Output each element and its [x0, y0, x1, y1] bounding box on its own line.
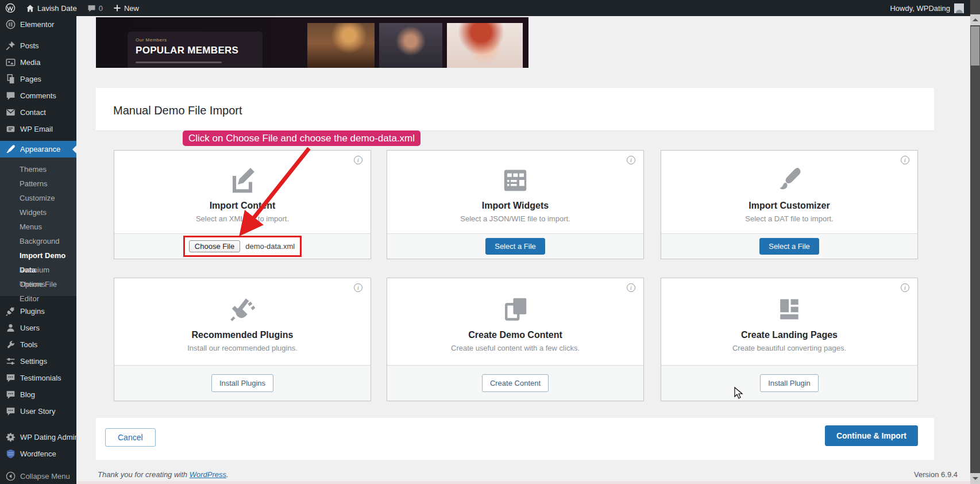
card-title: Create Landing Pages [741, 330, 838, 340]
submenu-item-theme-file-editor[interactable]: Theme File Editor [0, 277, 76, 291]
sliders-icon [5, 356, 16, 367]
install-plugins-button[interactable]: Install Plugins [211, 374, 273, 392]
mouse-cursor [734, 387, 743, 400]
elementor-icon [5, 20, 16, 30]
info-icon[interactable]: i [354, 156, 362, 164]
envelope-icon [5, 107, 16, 118]
sidebar-separator [0, 420, 76, 429]
sidebar-item-tools[interactable]: Tools [0, 336, 76, 353]
sidebar-label: Contact [20, 108, 46, 117]
scrollbar-thumb[interactable] [971, 26, 979, 66]
sidebar-item-settings[interactable]: Settings [0, 353, 76, 370]
sidebar-item-wordfence[interactable]: Wordfence [0, 445, 76, 462]
card-title: Create Demo Content [468, 330, 562, 340]
sidebar-item-posts[interactable]: Posts [0, 37, 76, 54]
card-title: Import Widgets [482, 201, 549, 211]
info-icon[interactable]: i [901, 283, 909, 292]
plus-icon [113, 4, 121, 12]
thanks-period: . [226, 470, 229, 479]
sidebar-label: Comments [20, 91, 56, 100]
sidebar-item-testimonials[interactable]: Testimonials [0, 370, 76, 386]
sidebar-label: Users [20, 324, 40, 332]
cancel-button[interactable]: Cancel [105, 428, 156, 447]
sidebar-label: Collapse Menu [20, 472, 70, 481]
submenu-item-premium-options[interactable]: Premium Options [0, 263, 76, 277]
user-icon [5, 323, 16, 333]
sidebar-item-appearance[interactable]: Appearance [0, 141, 76, 158]
comment-bubble-icon [87, 4, 96, 13]
info-icon[interactable]: i [627, 156, 635, 164]
sidebar-item-comments[interactable]: Comments [0, 87, 76, 104]
heading-bar: Manual Demo File Import [96, 88, 934, 131]
sidebar-item-users[interactable]: Users [0, 320, 76, 336]
page-scrollbar[interactable] [970, 0, 980, 484]
continue-import-button[interactable]: Continue & Import [825, 425, 918, 446]
appearance-brush-icon [5, 144, 16, 155]
choose-file-button[interactable]: Choose File [189, 240, 240, 252]
home-icon [26, 4, 34, 13]
banner-tagline-placeholder [136, 62, 222, 63]
collapse-menu-button[interactable]: Collapse Menu [0, 468, 76, 484]
member-photo [379, 23, 442, 68]
select-file-button[interactable]: Select a File [759, 238, 819, 255]
sidebar-item-user-story[interactable]: User Story [0, 403, 76, 420]
scrollbar-up-arrow[interactable] [970, 14, 980, 25]
member-photo [447, 23, 523, 68]
submenu-item-customize[interactable]: Customize [0, 191, 76, 205]
submenu-item-widgets[interactable]: Widgets [0, 205, 76, 220]
scrollbar-down-arrow[interactable] [970, 473, 980, 484]
banner-eyebrow: Our Members [136, 37, 254, 43]
sidebar-label: Appearance [20, 145, 60, 153]
submenu-item-import-demo-data[interactable]: Import Demo Data [0, 248, 76, 263]
admin-bar: Lavish Date 0 New Howdy, WPDating [0, 0, 980, 16]
wordfence-shield-icon [5, 449, 16, 459]
sidebar-label: Plugins [20, 307, 45, 316]
sidebar-item-elementor[interactable]: Elementor [0, 16, 76, 33]
sidebar-label: Media [20, 58, 40, 67]
bottom-strip [76, 481, 970, 484]
submenu-item-background[interactable]: Background [0, 234, 76, 248]
tutorial-arrow [220, 143, 323, 240]
submenu-item-themes[interactable]: Themes [0, 162, 76, 176]
wordpress-link[interactable]: WordPress [190, 470, 226, 479]
sidebar-label: Tools [20, 340, 37, 349]
speech-bubble-icon [5, 390, 16, 400]
wrench-icon [5, 340, 16, 350]
install-plugin-button[interactable]: Install Plugin [760, 374, 819, 392]
sidebar-item-contact[interactable]: Contact [0, 104, 76, 121]
media-icon [5, 57, 16, 68]
sidebar-item-media[interactable]: Media [0, 54, 76, 71]
plugin-icon [5, 306, 16, 317]
import-widgets-icon [499, 164, 531, 196]
submenu-item-menus[interactable]: Menus [0, 220, 76, 234]
comment-icon [5, 91, 16, 101]
comment-count: 0 [99, 4, 103, 13]
sidebar-separator [0, 33, 76, 37]
card-description: Create useful content with a few clicks. [451, 344, 580, 352]
gear-icon [5, 432, 16, 443]
comments-indicator[interactable]: 0 [82, 0, 108, 16]
card-description: Select a DAT file to import. [745, 214, 833, 223]
info-icon[interactable]: i [627, 283, 635, 292]
account-menu[interactable]: Howdy, WPDating [890, 3, 980, 13]
card-create-demo-content: i Create Demo Content Create useful cont… [387, 278, 644, 401]
select-file-button[interactable]: Select a File [485, 238, 545, 255]
sidebar-item-wp-dating-admin[interactable]: WP Dating Admin [0, 429, 76, 445]
card-description: Install our recommended plugins. [187, 344, 298, 352]
wordpress-logo-icon[interactable] [0, 0, 21, 16]
sidebar-item-wp-email[interactable]: WP Email [0, 121, 76, 137]
admin-sidebar: Elementor Posts Media Pages Comments Con… [0, 16, 76, 484]
howdy-text: Howdy, WPDating [890, 4, 950, 13]
info-icon[interactable]: i [901, 156, 909, 164]
card-import-widgets: i Import Widgets Select a JSON/WIE file … [387, 150, 644, 259]
sidebar-item-blog[interactable]: Blog [0, 386, 76, 403]
member-photo [307, 23, 375, 68]
content-area: Our Members POPULAR MEMBERS Manual Demo … [76, 16, 970, 484]
new-content-menu[interactable]: New [108, 0, 144, 16]
sidebar-item-pages[interactable]: Pages [0, 71, 76, 87]
submenu-item-patterns[interactable]: Patterns [0, 176, 76, 191]
info-icon[interactable]: i [354, 283, 362, 292]
sidebar-label: Pages [20, 75, 41, 83]
site-name-menu[interactable]: Lavish Date [21, 0, 82, 16]
create-content-button[interactable]: Create Content [482, 374, 549, 392]
